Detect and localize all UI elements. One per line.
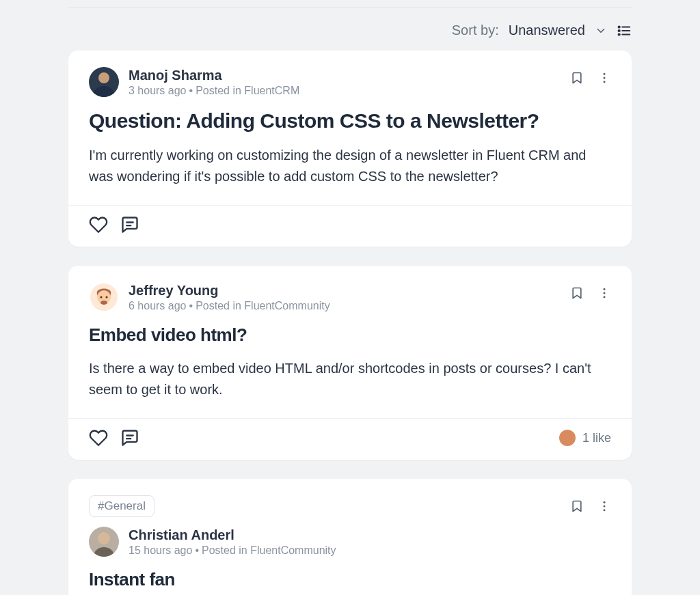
avatar[interactable] (89, 282, 119, 312)
svg-point-15 (100, 296, 103, 299)
avatar[interactable] (89, 67, 119, 97)
svg-point-4 (619, 33, 620, 35)
post-meta: 3 hours ago•Posted in FluentCRM (129, 85, 299, 97)
post-body: I'm currently working on customizing the… (89, 145, 611, 187)
post-body: Is there a way to embed video HTML and/o… (89, 358, 611, 400)
svg-point-8 (604, 77, 606, 79)
post-tag[interactable]: #General (89, 495, 154, 517)
bookmark-icon[interactable] (570, 286, 584, 300)
author-name[interactable]: Jeffrey Young (129, 283, 330, 299)
svg-point-14 (100, 301, 107, 305)
more-icon[interactable] (597, 71, 611, 85)
svg-point-23 (604, 501, 606, 503)
post-card: #General Christian Anderl 15 hours ago•P… (68, 479, 632, 595)
bookmark-icon[interactable] (570, 71, 584, 85)
author-name[interactable]: Manoj Sharma (129, 68, 299, 83)
likes-text: 1 like (582, 431, 611, 445)
svg-point-19 (604, 296, 606, 298)
svg-point-22 (98, 532, 110, 544)
post-title[interactable]: Embed video html? (89, 324, 611, 346)
more-icon[interactable] (597, 286, 611, 300)
likes-summary[interactable]: 1 like (559, 430, 611, 446)
svg-point-6 (98, 72, 109, 83)
svg-point-18 (604, 292, 606, 294)
like-icon[interactable] (89, 428, 108, 447)
toolbar: Sort by: Unanswered (68, 7, 632, 51)
svg-point-17 (604, 288, 606, 290)
more-icon[interactable] (597, 499, 611, 513)
svg-point-7 (604, 73, 606, 75)
svg-point-9 (604, 81, 606, 83)
list-view-icon[interactable] (617, 23, 632, 38)
like-icon[interactable] (89, 215, 108, 234)
svg-point-0 (619, 26, 620, 27)
post-card: Jeffrey Young 6 hours ago•Posted in Flue… (68, 266, 632, 460)
svg-point-25 (604, 509, 606, 511)
post-card: Manoj Sharma 3 hours ago•Posted in Fluen… (68, 51, 632, 247)
post-title[interactable]: Question: Adding Custom CSS to a Newslet… (89, 109, 611, 133)
avatar[interactable] (89, 527, 119, 557)
chevron-down-icon (595, 25, 607, 37)
sort-by-label: Sort by: (452, 23, 499, 38)
bookmark-icon[interactable] (570, 499, 584, 513)
sort-value: Unanswered (509, 23, 585, 38)
liker-avatar (559, 430, 576, 446)
svg-point-24 (604, 506, 606, 508)
svg-point-16 (106, 296, 108, 299)
comment-icon[interactable] (120, 428, 139, 447)
author-name[interactable]: Christian Anderl (129, 527, 336, 543)
svg-point-2 (619, 29, 620, 31)
post-title[interactable]: Instant fan (89, 569, 611, 590)
sort-select[interactable]: Unanswered (509, 23, 607, 38)
post-meta: 15 hours ago•Posted in FluentCommunity (129, 544, 336, 557)
comment-icon[interactable] (120, 215, 139, 234)
post-meta: 6 hours ago•Posted in FluentCommunity (129, 300, 330, 312)
